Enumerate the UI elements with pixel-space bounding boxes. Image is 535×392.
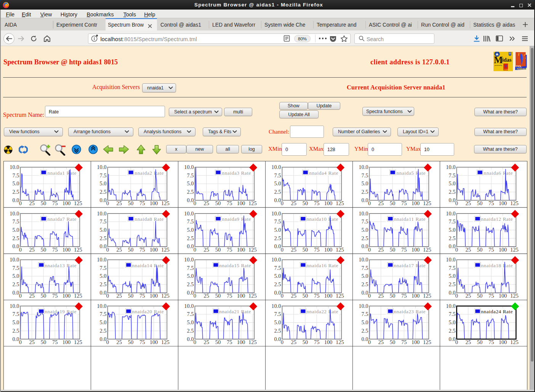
svg-text:75: 75 — [227, 200, 232, 206]
svg-text:2.5: 2.5 — [274, 189, 281, 195]
svg-text:50: 50 — [477, 293, 482, 299]
svg-text:5.0: 5.0 — [13, 319, 19, 325]
svg-text:0: 0 — [106, 293, 109, 299]
svg-text:nnaida2 Rate: nnaida2 Rate — [135, 170, 164, 176]
svg-text:0: 0 — [281, 339, 284, 345]
svg-text:100: 100 — [150, 200, 158, 206]
svg-text:125: 125 — [74, 293, 82, 299]
svg-text:0.0: 0.0 — [13, 197, 19, 203]
svg-text:125: 125 — [336, 200, 344, 206]
svg-text:125: 125 — [510, 247, 519, 253]
svg-text:125: 125 — [161, 247, 170, 253]
svg-text:125: 125 — [510, 200, 519, 206]
svg-text:7.5: 7.5 — [362, 218, 368, 225]
svg-text:10.0: 10.0 — [97, 210, 106, 217]
svg-text:nnaida22 Rate: nnaida22 Rate — [306, 309, 338, 314]
svg-text:10.0: 10.0 — [446, 257, 455, 263]
svg-text:0: 0 — [368, 200, 371, 206]
svg-text:5.0: 5.0 — [13, 273, 19, 279]
svg-text:50: 50 — [303, 200, 308, 206]
svg-text:100: 100 — [62, 247, 71, 253]
svg-text:25: 25 — [204, 200, 209, 206]
svg-text:7.5: 7.5 — [100, 172, 107, 178]
svg-text:nnaida1 Rate: nnaida1 Rate — [48, 170, 77, 176]
svg-text:50: 50 — [215, 293, 221, 299]
svg-text:10.0: 10.0 — [97, 257, 106, 263]
svg-text:2.5: 2.5 — [187, 235, 194, 241]
svg-text:7.5: 7.5 — [274, 218, 281, 225]
svg-text:10.0: 10.0 — [271, 257, 281, 263]
svg-text:2.5: 2.5 — [13, 281, 19, 287]
svg-text:50: 50 — [215, 339, 221, 345]
svg-text:10.0: 10.0 — [97, 164, 106, 170]
svg-text:125: 125 — [510, 293, 519, 299]
svg-text:nnaida9 Rate: nnaida9 Rate — [222, 216, 251, 222]
svg-text:2.5: 2.5 — [362, 189, 368, 195]
svg-text:25: 25 — [291, 339, 296, 345]
svg-text:0.0: 0.0 — [362, 244, 368, 250]
svg-text:2.5: 2.5 — [100, 235, 107, 241]
svg-text:nnaida10 Rate: nnaida10 Rate — [306, 216, 338, 222]
svg-text:125: 125 — [74, 200, 82, 206]
svg-text:50: 50 — [390, 339, 395, 345]
svg-text:75: 75 — [489, 293, 494, 299]
svg-text:10.0: 10.0 — [446, 303, 455, 309]
svg-text:75: 75 — [314, 293, 319, 299]
svg-text:25: 25 — [117, 247, 122, 253]
svg-text:nnaida3 Rate: nnaida3 Rate — [222, 170, 251, 176]
svg-text:nnaida21 Rate: nnaida21 Rate — [219, 309, 251, 314]
svg-text:0.0: 0.0 — [187, 336, 194, 342]
svg-text:50: 50 — [41, 293, 46, 299]
svg-text:10.0: 10.0 — [446, 164, 455, 170]
svg-text:0: 0 — [281, 247, 284, 253]
svg-text:50: 50 — [477, 247, 482, 253]
svg-text:nnaida5 Rate: nnaida5 Rate — [397, 170, 426, 176]
svg-text:0: 0 — [455, 247, 458, 253]
svg-text:0: 0 — [194, 200, 196, 206]
svg-text:25: 25 — [378, 339, 384, 345]
svg-text:nnaida13 Rate: nnaida13 Rate — [45, 263, 77, 268]
svg-text:0: 0 — [281, 200, 284, 206]
svg-text:0.0: 0.0 — [449, 336, 456, 342]
svg-text:75: 75 — [401, 339, 407, 345]
svg-text:25: 25 — [29, 339, 35, 345]
svg-text:125: 125 — [161, 200, 170, 206]
svg-text:nnaida6 Rate: nnaida6 Rate — [484, 170, 513, 176]
svg-text:0.0: 0.0 — [187, 244, 194, 250]
svg-text:5.0: 5.0 — [100, 227, 107, 233]
svg-text:0.0: 0.0 — [449, 197, 456, 203]
svg-text:7.5: 7.5 — [274, 311, 281, 317]
svg-text:25: 25 — [29, 293, 35, 299]
svg-text:2.5: 2.5 — [13, 328, 19, 334]
svg-text:10.0: 10.0 — [359, 257, 368, 263]
svg-text:0: 0 — [19, 339, 22, 345]
svg-text:125: 125 — [248, 200, 257, 206]
svg-text:10.0: 10.0 — [10, 303, 19, 309]
svg-text:nnaida4 Rate: nnaida4 Rate — [309, 170, 338, 176]
svg-text:7.5: 7.5 — [187, 265, 194, 271]
svg-text:125: 125 — [510, 339, 519, 345]
svg-text:10.0: 10.0 — [184, 257, 194, 263]
svg-text:0: 0 — [194, 293, 196, 299]
svg-text:5.0: 5.0 — [274, 227, 281, 233]
svg-text:2.5: 2.5 — [274, 235, 281, 241]
svg-text:100: 100 — [237, 200, 245, 206]
svg-text:nnaida17 Rate: nnaida17 Rate — [394, 263, 426, 268]
svg-text:100: 100 — [412, 293, 420, 299]
svg-text:50: 50 — [215, 247, 221, 253]
svg-text:0: 0 — [368, 247, 371, 253]
svg-text:2.5: 2.5 — [274, 328, 281, 334]
svg-text:10.0: 10.0 — [10, 164, 19, 170]
svg-text:25: 25 — [29, 200, 35, 206]
svg-text:100: 100 — [499, 200, 507, 206]
svg-text:125: 125 — [248, 293, 257, 299]
svg-text:75: 75 — [139, 339, 145, 345]
svg-text:0: 0 — [455, 339, 458, 345]
svg-text:0.0: 0.0 — [362, 290, 368, 296]
svg-text:75: 75 — [52, 200, 58, 206]
svg-text:5.0: 5.0 — [100, 180, 107, 186]
svg-text:2.5: 2.5 — [100, 189, 107, 195]
svg-text:0.0: 0.0 — [449, 290, 456, 296]
svg-text:50: 50 — [128, 247, 133, 253]
svg-text:125: 125 — [74, 339, 82, 345]
